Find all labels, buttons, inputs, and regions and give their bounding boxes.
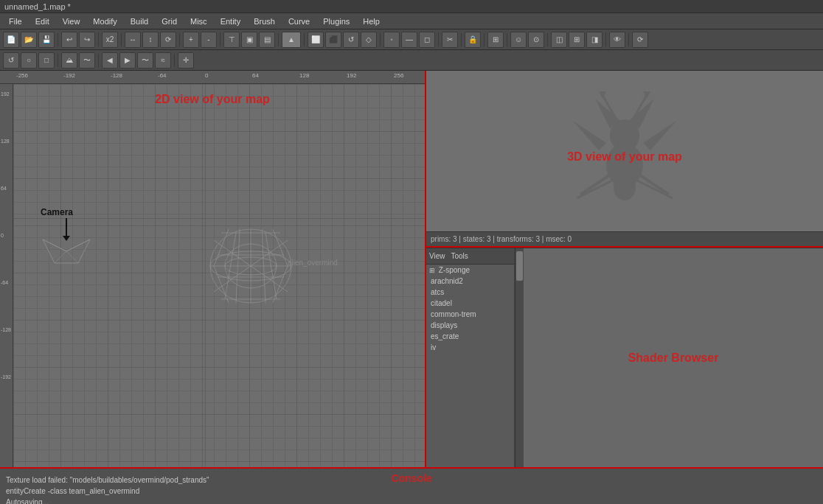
menu-brush[interactable]: Brush — [248, 15, 281, 27]
btn-shear[interactable]: ◇ — [361, 32, 377, 48]
btn-frame-prev[interactable]: ◀ — [102, 52, 118, 69]
btn-circle-sel[interactable]: ○ — [21, 52, 37, 69]
btn-entity2[interactable]: ⊙ — [528, 32, 544, 48]
menu-grid[interactable]: Grid — [156, 15, 183, 27]
svg-line-17 — [214, 229, 229, 266]
btn-redo[interactable]: ↪ — [79, 32, 95, 48]
btn-rotate-90[interactable]: ⟳ — [160, 32, 176, 48]
btn-open[interactable]: 📂 — [21, 32, 37, 48]
shader-tools-btn[interactable]: Tools — [451, 252, 468, 260]
console-line-1: entityCreate -class team_alien_overmind — [6, 486, 288, 497]
shader-preview: Shader Browser — [524, 248, 823, 467]
shader-browser-panel: View Tools ⊞ Z-sponge arachnid2 atcs — [426, 248, 823, 467]
btn-save[interactable]: 💾 — [38, 32, 55, 48]
sep3 — [121, 33, 122, 46]
btn-undo[interactable]: ↩ — [61, 32, 77, 48]
btn-select[interactable]: ⬜ — [308, 32, 324, 48]
camera-shape — [37, 237, 96, 266]
menu-build[interactable]: Build — [125, 15, 154, 27]
shader-item-atcs[interactable]: atcs — [426, 287, 514, 298]
btn-rotate[interactable]: ↺ — [343, 32, 359, 48]
ruler-tick--192: -192 — [63, 72, 75, 79]
btn-new[interactable]: 📄 — [3, 32, 19, 48]
console-area: Texture load failed: "models/buildables/… — [0, 467, 823, 504]
btn-smiley[interactable]: ☺ — [510, 32, 527, 48]
btn-patch1[interactable]: ◫ — [551, 32, 567, 48]
menu-curve[interactable]: Curve — [282, 15, 316, 27]
btn-mirror-y[interactable]: ↕ — [142, 32, 159, 48]
menu-file[interactable]: File — [3, 15, 28, 27]
ruler-tick-0: 0 — [205, 72, 208, 79]
sep15 — [628, 33, 629, 46]
svg-line-19 — [214, 266, 229, 303]
menu-help[interactable]: Help — [357, 15, 386, 27]
menu-view[interactable]: View — [57, 15, 86, 27]
right-panel: 3D view of your map prims: 3 | states: 3… — [426, 71, 823, 467]
sep9 — [438, 33, 439, 46]
mesh-svg — [199, 218, 302, 314]
shader-item-es-crate[interactable]: es_crate — [426, 331, 514, 342]
btn-crosshair[interactable]: ✛ — [178, 52, 194, 69]
btn-wave2[interactable]: ≈ — [155, 52, 171, 69]
menu-plugins[interactable]: Plugins — [317, 15, 355, 27]
btn-face[interactable]: ◻ — [419, 32, 435, 48]
btn-camera[interactable]: ▲ — [282, 32, 301, 48]
sep-t2-1 — [58, 54, 58, 67]
btn-mirror-x[interactable]: ↔ — [125, 32, 141, 48]
sep2 — [98, 33, 99, 46]
btn-view-front[interactable]: ▣ — [241, 32, 257, 48]
btn-water[interactable]: 〜 — [79, 52, 95, 69]
btn-refresh[interactable]: ⟳ — [632, 32, 648, 48]
btn-view-top[interactable]: ⊤ — [223, 32, 240, 48]
svg-marker-29 — [573, 121, 606, 150]
btn-zoom-in[interactable]: + — [183, 32, 199, 48]
alien-logo-3d — [551, 84, 698, 233]
menu-modify[interactable]: Modify — [87, 15, 122, 27]
svg-line-4 — [66, 251, 78, 263]
btn-rotate-ccw[interactable]: ↺ — [3, 52, 19, 69]
shader-tree: View Tools ⊞ Z-sponge arachnid2 atcs — [426, 248, 515, 467]
btn-clip[interactable]: ✂ — [442, 32, 458, 48]
ruler-left-tick-64: 64 — [1, 186, 7, 191]
shader-item-displays[interactable]: displays — [426, 320, 514, 331]
btn-rect-sel[interactable]: □ — [38, 52, 55, 69]
btn-frame-next[interactable]: ▶ — [119, 52, 136, 69]
shader-browser-label: Shader Browser — [628, 351, 719, 365]
viewport-3d[interactable]: 3D view of your map prims: 3 | states: 3… — [426, 71, 823, 248]
shader-item-common-trem[interactable]: common-trem — [426, 309, 514, 320]
menu-edit[interactable]: Edit — [29, 15, 55, 27]
shader-item-citadel[interactable]: citadel — [426, 298, 514, 309]
ruler-tick--64: -64 — [158, 72, 167, 79]
btn-texture-lock[interactable]: 🔒 — [465, 32, 481, 48]
shader-item-label-0: Z-sponge — [439, 266, 470, 274]
btn-vertex[interactable]: ◦ — [383, 32, 400, 48]
viewport-2d[interactable]: -256 -192 -128 -64 0 64 128 192 256 1921… — [0, 71, 426, 467]
btn-grid-snap[interactable]: ⊞ — [487, 32, 504, 48]
shader-item-zsponge[interactable]: ⊞ Z-sponge — [426, 265, 514, 276]
menu-misc[interactable]: Misc — [184, 15, 213, 27]
ruler-tick--128: -128 — [111, 72, 122, 79]
shader-scrollbar[interactable] — [515, 248, 524, 467]
sep14 — [605, 33, 606, 46]
btn-edge[interactable]: — — [401, 32, 417, 48]
btn-eye[interactable]: 👁 — [609, 32, 625, 48]
btn-resize[interactable]: ⬛ — [325, 32, 341, 48]
ruler-tick-64: 64 — [252, 72, 259, 79]
ruler-left-tick--64: -64 — [1, 280, 8, 285]
shader-item-iv[interactable]: iv — [426, 342, 514, 353]
btn-x2[interactable]: x2 — [102, 32, 118, 48]
scrollbar-thumb[interactable] — [516, 251, 523, 281]
sep10 — [461, 33, 462, 46]
camera-label: Camera — [41, 207, 73, 217]
shader-item-arachnid2[interactable]: arachnid2 — [426, 276, 514, 287]
btn-zoom-out[interactable]: - — [201, 32, 217, 48]
btn-wave1[interactable]: 〜 — [137, 52, 153, 69]
btn-patch3[interactable]: ◨ — [586, 32, 603, 48]
shader-tree-toolbar: View Tools — [426, 248, 514, 265]
shader-view-btn[interactable]: View — [429, 252, 445, 260]
menu-entity[interactable]: Entity — [215, 15, 247, 27]
btn-terrain[interactable]: ⛰ — [61, 52, 77, 69]
shader-item-label-3: citadel — [431, 299, 452, 307]
btn-patch2[interactable]: ⊞ — [569, 32, 585, 48]
btn-view-side[interactable]: ▤ — [259, 32, 275, 48]
